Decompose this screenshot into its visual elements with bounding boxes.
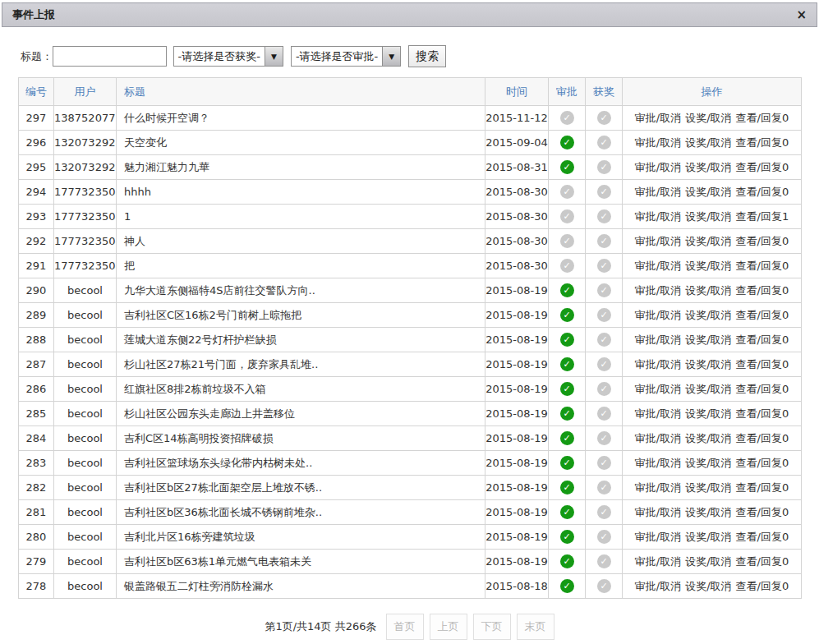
approve-toggle-link[interactable]: 审批/取消 — [635, 481, 681, 495]
award-status-icon[interactable]: ✓ — [597, 234, 611, 248]
award-toggle-link[interactable]: 设奖/取消 — [685, 382, 731, 397]
approve-toggle-link[interactable]: 审批/取消 — [635, 357, 681, 372]
view-reply-link[interactable]: 查看/回复0 — [736, 554, 789, 569]
approve-toggle-link[interactable]: 审批/取消 — [635, 136, 681, 150]
award-toggle-link[interactable]: 设奖/取消 — [685, 283, 731, 298]
approve-status-icon[interactable]: ✓ — [560, 136, 574, 150]
approve-filter-select[interactable]: -请选择是否审批- ▼ — [291, 46, 401, 67]
award-status-icon[interactable]: ✓ — [597, 481, 611, 494]
award-toggle-link[interactable]: 设奖/取消 — [685, 505, 731, 520]
view-reply-link[interactable]: 查看/回复0 — [736, 431, 789, 446]
view-reply-link[interactable]: 查看/回复0 — [736, 111, 789, 126]
award-status-icon[interactable]: ✓ — [597, 456, 611, 470]
view-reply-link[interactable]: 查看/回复0 — [736, 530, 789, 545]
approve-toggle-link[interactable]: 审批/取消 — [635, 382, 681, 397]
award-status-icon[interactable]: ✓ — [597, 136, 611, 150]
search-button[interactable]: 搜索 — [408, 45, 446, 67]
award-status-icon[interactable]: ✓ — [597, 407, 611, 421]
approve-status-icon[interactable]: ✓ — [560, 456, 574, 470]
award-status-icon[interactable]: ✓ — [597, 579, 611, 593]
view-reply-link[interactable]: 查看/回复0 — [736, 382, 789, 397]
approve-status-icon[interactable]: ✓ — [560, 554, 574, 568]
award-toggle-link[interactable]: 设奖/取消 — [685, 160, 731, 175]
close-icon[interactable]: × — [796, 9, 807, 21]
award-status-icon[interactable]: ✓ — [597, 554, 611, 568]
approve-status-icon[interactable]: ✓ — [560, 505, 574, 519]
view-reply-link[interactable]: 查看/回复0 — [736, 308, 789, 323]
approve-toggle-link[interactable]: 审批/取消 — [635, 308, 681, 323]
award-toggle-link[interactable]: 设奖/取消 — [685, 234, 731, 249]
award-toggle-link[interactable]: 设奖/取消 — [685, 308, 731, 323]
approve-toggle-link[interactable]: 审批/取消 — [635, 407, 681, 421]
approve-status-icon[interactable]: ✓ — [560, 185, 574, 199]
approve-status-icon[interactable]: ✓ — [560, 259, 574, 273]
award-toggle-link[interactable]: 设奖/取消 — [685, 481, 731, 495]
award-toggle-link[interactable]: 设奖/取消 — [685, 530, 731, 545]
approve-toggle-link[interactable]: 审批/取消 — [635, 579, 681, 594]
award-status-icon[interactable]: ✓ — [597, 209, 611, 223]
approve-toggle-link[interactable]: 审批/取消 — [635, 456, 681, 471]
award-status-icon[interactable]: ✓ — [597, 308, 611, 322]
view-reply-link[interactable]: 查看/回复0 — [736, 333, 789, 347]
award-toggle-link[interactable]: 设奖/取消 — [685, 259, 731, 274]
approve-status-icon[interactable]: ✓ — [560, 283, 574, 297]
approve-toggle-link[interactable]: 审批/取消 — [635, 333, 681, 347]
approve-status-icon[interactable]: ✓ — [560, 209, 574, 223]
award-status-icon[interactable]: ✓ — [597, 185, 611, 199]
view-reply-link[interactable]: 查看/回复0 — [736, 259, 789, 274]
view-reply-link[interactable]: 查看/回复0 — [736, 357, 789, 372]
view-reply-link[interactable]: 查看/回复0 — [736, 283, 789, 298]
view-reply-link[interactable]: 查看/回复1 — [736, 209, 789, 224]
approve-toggle-link[interactable]: 审批/取消 — [635, 185, 681, 200]
award-toggle-link[interactable]: 设奖/取消 — [685, 185, 731, 200]
approve-status-icon[interactable]: ✓ — [560, 160, 574, 174]
award-status-icon[interactable]: ✓ — [597, 333, 611, 347]
award-toggle-link[interactable]: 设奖/取消 — [685, 407, 731, 421]
prev-page-button[interactable]: 上页 — [430, 614, 467, 640]
view-reply-link[interactable]: 查看/回复0 — [736, 505, 789, 520]
approve-toggle-link[interactable]: 审批/取消 — [635, 554, 681, 569]
approve-toggle-link[interactable]: 审批/取消 — [635, 160, 681, 175]
next-page-button[interactable]: 下页 — [473, 614, 511, 640]
view-reply-link[interactable]: 查看/回复0 — [736, 234, 789, 249]
award-toggle-link[interactable]: 设奖/取消 — [685, 136, 731, 150]
first-page-button[interactable]: 首页 — [386, 614, 424, 640]
approve-status-icon[interactable]: ✓ — [560, 111, 574, 125]
award-toggle-link[interactable]: 设奖/取消 — [685, 554, 731, 569]
view-reply-link[interactable]: 查看/回复0 — [736, 579, 789, 594]
award-toggle-link[interactable]: 设奖/取消 — [685, 579, 731, 594]
award-toggle-link[interactable]: 设奖/取消 — [685, 209, 731, 224]
view-reply-link[interactable]: 查看/回复0 — [736, 160, 789, 175]
approve-status-icon[interactable]: ✓ — [560, 530, 574, 544]
award-toggle-link[interactable]: 设奖/取消 — [685, 333, 731, 347]
approve-toggle-link[interactable]: 审批/取消 — [635, 530, 681, 545]
view-reply-link[interactable]: 查看/回复0 — [736, 456, 789, 471]
award-status-icon[interactable]: ✓ — [597, 283, 611, 297]
award-status-icon[interactable]: ✓ — [597, 431, 611, 445]
approve-status-icon[interactable]: ✓ — [560, 382, 574, 396]
award-status-icon[interactable]: ✓ — [597, 505, 611, 519]
approve-toggle-link[interactable]: 审批/取消 — [635, 283, 681, 298]
award-status-icon[interactable]: ✓ — [597, 357, 611, 371]
view-reply-link[interactable]: 查看/回复0 — [736, 136, 789, 150]
last-page-button[interactable]: 末页 — [517, 614, 554, 640]
approve-status-icon[interactable]: ✓ — [560, 234, 574, 248]
view-reply-link[interactable]: 查看/回复0 — [736, 185, 789, 200]
award-status-icon[interactable]: ✓ — [597, 111, 611, 125]
view-reply-link[interactable]: 查看/回复0 — [736, 481, 789, 495]
award-toggle-link[interactable]: 设奖/取消 — [685, 111, 731, 126]
approve-toggle-link[interactable]: 审批/取消 — [635, 431, 681, 446]
approve-toggle-link[interactable]: 审批/取消 — [635, 234, 681, 249]
approve-status-icon[interactable]: ✓ — [560, 357, 574, 371]
approve-status-icon[interactable]: ✓ — [560, 407, 574, 421]
approve-toggle-link[interactable]: 审批/取消 — [635, 259, 681, 274]
approve-status-icon[interactable]: ✓ — [560, 579, 574, 593]
approve-toggle-link[interactable]: 审批/取消 — [635, 505, 681, 520]
approve-status-icon[interactable]: ✓ — [560, 431, 574, 445]
approve-toggle-link[interactable]: 审批/取消 — [635, 111, 681, 126]
award-status-icon[interactable]: ✓ — [597, 160, 611, 174]
award-filter-select[interactable]: -请选择是否获奖- ▼ — [173, 46, 283, 67]
view-reply-link[interactable]: 查看/回复0 — [736, 407, 789, 421]
award-status-icon[interactable]: ✓ — [597, 382, 611, 396]
title-filter-input[interactable] — [53, 46, 167, 67]
